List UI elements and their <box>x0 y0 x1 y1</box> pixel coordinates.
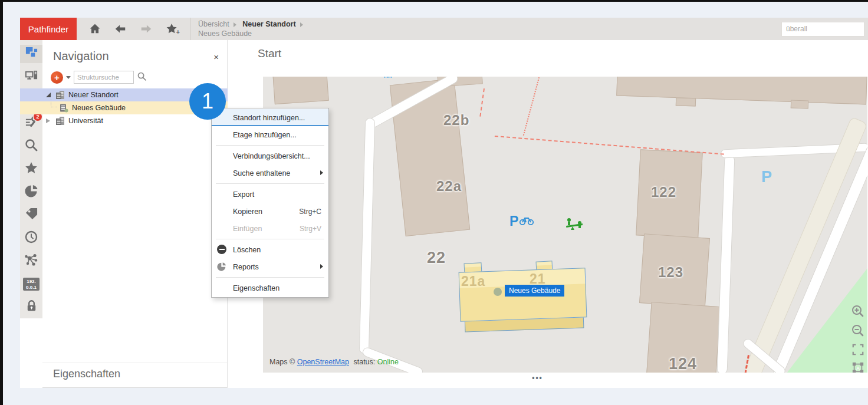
panel-splitter-handle[interactable]: ••• <box>228 374 847 382</box>
map-building-north <box>616 77 867 104</box>
menu-item-reports[interactable]: Reports <box>212 258 328 275</box>
global-search-input[interactable] <box>781 22 864 37</box>
building-tooltip: Neues Gebäude <box>505 285 564 297</box>
tree-item-label: Universität <box>68 117 103 125</box>
submenu-arrow-icon <box>320 170 323 175</box>
menu-item-suche-enthaltene[interactable]: Suche enthaltene <box>212 164 328 182</box>
add-node-dropdown-icon[interactable] <box>66 76 71 79</box>
lock-icon <box>25 299 38 315</box>
context-menu: Standort hinzufügen... Etage hinzufügen.… <box>211 108 329 298</box>
expander-open-icon[interactable] <box>46 93 51 97</box>
forward-icon <box>139 22 153 35</box>
navigation-panel-title: Navigation <box>53 50 109 63</box>
app-menu-button[interactable]: Pathfinder <box>20 18 77 40</box>
toolbar-history-button[interactable] <box>20 229 42 247</box>
openstreetmap-link[interactable]: OpenStreetMap <box>297 358 349 366</box>
top-bar: Pathfinder + Übersicht Neuer Standort Ne… <box>20 18 868 40</box>
map-road <box>359 118 375 354</box>
home-icon[interactable] <box>88 22 101 35</box>
map-view[interactable]: 22b 22a 22 122 123 124 21a 21 Neues Gebä… <box>263 77 867 373</box>
menu-item-kopieren[interactable]: KopierenStrg+C <box>212 203 328 220</box>
screen-edge-top <box>0 0 868 2</box>
breadcrumb-neues-gebaeude[interactable]: Neues Gebäude <box>198 29 252 38</box>
zoom-out-icon[interactable] <box>851 324 865 340</box>
delete-icon <box>217 245 226 254</box>
star-icon <box>24 161 38 177</box>
map-label-124: 124 <box>669 355 697 373</box>
menu-item-standort-hinzufuegen[interactable]: Standort hinzufügen... <box>212 109 328 126</box>
building-marker[interactable] <box>494 288 502 296</box>
site-icon <box>55 116 65 126</box>
page-title: Start <box>258 47 281 60</box>
tree-connector <box>51 99 57 107</box>
toolbar-workstation-button[interactable] <box>20 68 42 86</box>
menu-separator <box>216 183 324 184</box>
map-attribution: Maps © OpenStreetMap status: Online <box>269 358 399 366</box>
map-building <box>272 77 328 104</box>
app-window: Pathfinder + Übersicht Neuer Standort Ne… <box>20 18 868 388</box>
map-label-21a: 21a <box>461 274 485 289</box>
playground-icon <box>565 217 584 233</box>
map-building-annex <box>676 97 696 106</box>
menu-item-eigenschaften[interactable]: Eigenschaften <box>212 279 328 297</box>
reports-pie-icon <box>217 262 226 273</box>
structure-search-icon[interactable] <box>137 71 147 84</box>
annotation-step-badge: 1 <box>189 83 226 120</box>
toolbar-topology-button[interactable] <box>20 252 42 270</box>
building-icon <box>59 103 68 113</box>
toolbar-favorites-button[interactable] <box>20 160 42 178</box>
module-toolbar: 2 192.0.0.1 <box>20 40 42 318</box>
map-boundary-dotted <box>523 77 540 136</box>
menu-item-verbindungsuebersicht[interactable]: Verbindungsübersicht... <box>212 147 328 164</box>
close-icon[interactable]: × <box>213 52 219 62</box>
site-icon <box>55 90 65 100</box>
menu-separator <box>216 239 324 239</box>
map-label-22: 22 <box>427 249 446 267</box>
tree-item-label: Neuer Standort <box>68 91 119 99</box>
toolbar-security-button[interactable] <box>20 298 42 316</box>
label-toggle-icon[interactable]: A <box>851 361 864 373</box>
toolbar-tags-button[interactable] <box>20 206 42 224</box>
toolbar-reports-button[interactable] <box>20 183 42 201</box>
parking-icon: P <box>761 168 772 186</box>
map-controls: A <box>851 304 865 373</box>
tag-icon <box>25 207 38 223</box>
svg-text:A: A <box>856 366 860 371</box>
pie-chart-icon <box>25 184 38 200</box>
toolbar-ip-button[interactable]: 192.0.0.1 <box>20 275 42 293</box>
menu-item-einfuegen: EinfügenStrg+V <box>212 220 328 237</box>
map-building-annex <box>791 100 808 108</box>
shortcut-label: Strg+V <box>300 225 321 233</box>
map-partial-label: ob <box>384 77 399 78</box>
zoom-in-icon[interactable] <box>851 304 865 321</box>
ip-address-icon: 192.0.0.1 <box>23 278 40 291</box>
back-icon[interactable] <box>113 22 127 35</box>
add-node-button[interactable]: + <box>51 71 63 84</box>
fullscreen-icon[interactable] <box>851 343 864 358</box>
add-favorite-icon[interactable]: + <box>165 22 181 36</box>
toolbar-search-button[interactable] <box>20 137 42 155</box>
menu-item-etage-hinzufuegen[interactable]: Etage hinzufügen... <box>212 126 328 143</box>
network-icon <box>24 253 38 269</box>
map-boundary-dashed <box>479 88 485 117</box>
screen-edge-left <box>0 0 3 405</box>
menu-item-export[interactable]: Export <box>212 186 328 203</box>
toolbar-structure-button[interactable] <box>20 45 42 63</box>
history-nav-group: + <box>77 22 190 36</box>
breadcrumb-caret-icon <box>300 22 303 27</box>
properties-section-header[interactable]: Eigenschaften <box>42 363 227 388</box>
map-label-22b: 22b <box>443 112 469 129</box>
menu-separator <box>216 277 324 278</box>
breadcrumb-neuer-standort[interactable]: Neuer Standort <box>242 20 295 28</box>
structure-search-input[interactable] <box>74 71 134 84</box>
structure-icon <box>25 46 38 62</box>
breadcrumb: Übersicht Neuer Standort Neues Gebäude <box>191 19 307 38</box>
expander-closed-icon[interactable] <box>46 118 50 123</box>
svg-text:+: + <box>176 28 180 35</box>
menu-item-loeschen[interactable]: Löschen <box>212 241 328 258</box>
breadcrumb-uebersicht[interactable]: Übersicht <box>198 20 229 28</box>
map-label-22a: 22a <box>436 178 462 195</box>
map-label-122: 122 <box>651 184 676 200</box>
submenu-arrow-icon <box>320 264 323 269</box>
bike-parking-icon: P <box>509 213 534 229</box>
